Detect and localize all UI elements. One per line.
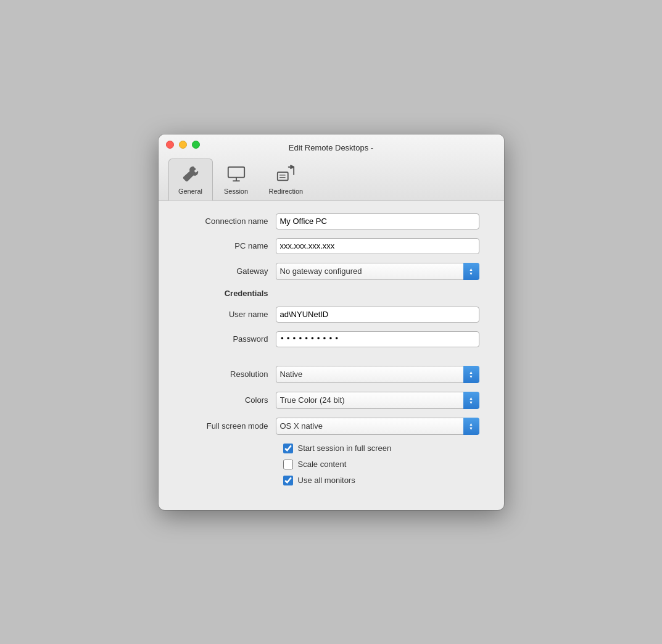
colors-row: Colors True Color (24 bit) High Color (1… — [183, 392, 479, 409]
start-fullscreen-label[interactable]: Start session in full screen — [298, 444, 392, 453]
svg-rect-3 — [278, 172, 288, 180]
scale-content-checkbox[interactable] — [283, 460, 293, 469]
spacer-1 — [183, 356, 479, 366]
gateway-select-wrapper: No gateway configured — [276, 263, 479, 280]
fullscreen-select[interactable]: OS X native Fullscreen Windowed — [276, 418, 479, 435]
fullscreen-mode-row: Full screen mode OS X native Fullscreen … — [183, 418, 479, 435]
minimize-button[interactable] — [179, 141, 187, 149]
password-row: Password — [183, 331, 479, 347]
colors-select[interactable]: True Color (24 bit) High Color (15 bit) … — [276, 392, 479, 409]
resolution-label: Resolution — [183, 369, 276, 379]
tab-general[interactable]: General — [168, 159, 213, 200]
connection-name-label: Connection name — [183, 217, 276, 226]
pc-name-input[interactable] — [276, 238, 479, 254]
username-row: User name — [183, 307, 479, 323]
scale-content-row: Scale content — [183, 460, 479, 469]
svg-rect-0 — [228, 167, 244, 177]
tab-session[interactable]: Session — [214, 159, 259, 200]
use-all-monitors-checkbox[interactable] — [283, 476, 293, 485]
main-window: Edit Remote Desktops - General Session — [159, 134, 504, 510]
fullscreen-mode-label: Full screen mode — [183, 421, 276, 431]
fullscreen-select-wrapper: OS X native Fullscreen Windowed — [276, 418, 479, 435]
credentials-label: Credentials — [183, 289, 276, 298]
monitor-icon — [225, 163, 247, 185]
zoom-button[interactable] — [192, 141, 200, 149]
scale-content-label[interactable]: Scale content — [298, 460, 347, 469]
start-fullscreen-row: Start session in full screen — [183, 444, 479, 453]
use-all-monitors-row: Use all monitors — [183, 476, 479, 485]
pc-name-row: PC name — [183, 238, 479, 254]
window-title: Edit Remote Desktops - — [289, 143, 373, 152]
gateway-select[interactable]: No gateway configured — [276, 263, 479, 280]
toolbar: General Session Redirection — [166, 159, 315, 200]
tab-general-label: General — [178, 188, 202, 195]
password-label: Password — [183, 334, 276, 344]
credentials-header: Credentials — [183, 289, 479, 298]
connection-name-input[interactable] — [276, 213, 479, 229]
traffic-lights — [166, 141, 200, 149]
pc-name-label: PC name — [183, 241, 276, 250]
tab-session-label: Session — [224, 188, 248, 195]
titlebar: Edit Remote Desktops - General Session — [159, 134, 504, 201]
password-input[interactable] — [276, 331, 479, 347]
username-input[interactable] — [276, 307, 479, 323]
wrench-icon — [180, 163, 202, 185]
tab-redirection-label: Redirection — [269, 188, 304, 195]
start-fullscreen-checkbox[interactable] — [283, 444, 293, 453]
tab-redirection[interactable]: Redirection — [260, 159, 313, 200]
close-button[interactable] — [166, 141, 174, 149]
use-all-monitors-label[interactable]: Use all monitors — [298, 476, 355, 485]
gateway-row: Gateway No gateway configured — [183, 263, 479, 280]
colors-label: Colors — [183, 395, 276, 405]
gateway-label: Gateway — [183, 266, 276, 276]
colors-select-wrapper: True Color (24 bit) High Color (15 bit) … — [276, 392, 479, 409]
connection-name-row: Connection name — [183, 213, 479, 229]
form-content: Connection name PC name Gateway No gatew… — [159, 201, 504, 510]
username-label: User name — [183, 310, 276, 319]
resolution-row: Resolution Native 800x600 1024x768 1280x… — [183, 366, 479, 383]
resolution-select-wrapper: Native 800x600 1024x768 1280x720 1920x10… — [276, 366, 479, 383]
resolution-select[interactable]: Native 800x600 1024x768 1280x720 1920x10… — [276, 366, 479, 383]
redirection-icon — [275, 163, 297, 185]
